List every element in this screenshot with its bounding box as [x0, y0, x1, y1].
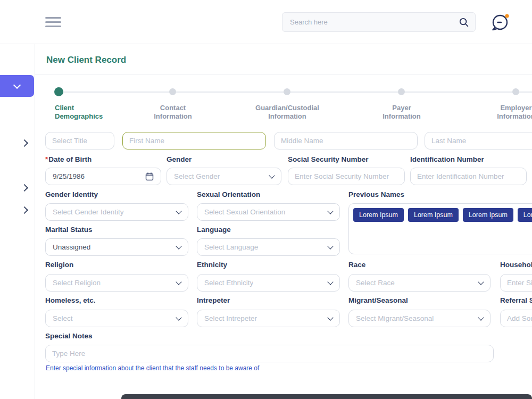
chevron-down-icon	[176, 279, 181, 285]
stepper-label-line: Demographics	[55, 112, 103, 121]
chevron-down-icon	[13, 81, 21, 88]
title-divider	[35, 74, 532, 75]
special-notes-field[interactable]	[45, 345, 494, 362]
sexual-orientation-placeholder: Select Sexual Orientation	[204, 208, 285, 216]
interpreter-placeholder: Select Intrepeter	[204, 314, 257, 322]
previous-name-chip: Lorem Ipsum	[408, 208, 459, 222]
stepper-label-line: Contact	[154, 104, 192, 112]
stepper-label-line: Client	[55, 104, 103, 112]
stepper-label-line: Information	[154, 112, 192, 121]
chevron-down-icon	[478, 279, 484, 285]
sidebar	[0, 44, 35, 399]
marital-status-value: Unassigned	[53, 243, 90, 251]
ethnicity-select[interactable]: Select Ethnicity	[197, 274, 340, 292]
ethnicity-placeholder: Select Ethnicity	[204, 279, 253, 287]
chevron-down-icon	[327, 208, 333, 214]
title-select-field[interactable]	[45, 132, 114, 149]
homeless-label: Homeless, etc.	[45, 296, 96, 304]
interpreter-select[interactable]: Select Intrepeter	[197, 310, 340, 327]
race-placeholder: Select Race	[356, 279, 395, 287]
race-select[interactable]: Select Race	[348, 274, 491, 292]
gender-label: Gender	[167, 155, 192, 163]
stepper-label-line: Information	[497, 112, 532, 121]
previous-names-box[interactable]: Lorem Ipsum Lorem Ipsum Lorem Ipsum Lore…	[348, 203, 532, 254]
ssn-field[interactable]	[288, 168, 405, 185]
dob-value: 9/25/1986	[53, 172, 85, 180]
stepper-label-contact-information[interactable]: Contact Information	[154, 104, 192, 121]
previous-names-label: Previous Names	[348, 190, 404, 198]
chevron-down-icon	[478, 314, 484, 320]
language-select[interactable]: Select Language	[197, 238, 340, 256]
chevron-down-icon	[327, 314, 333, 320]
chat-bubble-icon[interactable]	[489, 11, 511, 33]
stepper-dot-employer-information[interactable]	[512, 88, 519, 95]
stepper-dot-contact-information[interactable]	[169, 88, 176, 95]
marital-status-label: Marital Status	[45, 226, 93, 234]
special-notes-helper-text: Enter special information about the clie…	[46, 364, 259, 372]
homeless-select[interactable]: Select	[45, 310, 188, 327]
language-label: Language	[197, 226, 231, 234]
page-title: New Client Record	[46, 55, 126, 65]
previous-name-chip: Lorem Ipsum	[518, 208, 532, 222]
dob-date-picker[interactable]: 9/25/1986	[45, 168, 161, 185]
gender-placeholder: Select Gender	[174, 172, 220, 180]
religion-select[interactable]: Select Religion	[45, 274, 188, 292]
religion-label: Religion	[45, 261, 73, 269]
stepper-dot-guardian-custodial[interactable]	[284, 88, 290, 95]
stepper-label-client-demographics[interactable]: Client Demographics	[55, 104, 103, 121]
search-icon[interactable]	[459, 18, 469, 27]
middle-name-field[interactable]	[274, 132, 418, 149]
marital-status-select[interactable]: Unassigned	[45, 238, 188, 256]
hamburger-menu-icon[interactable]	[45, 17, 61, 27]
household-size-label: Household Size	[500, 261, 532, 269]
gender-identity-select[interactable]: Select Gender Identity	[45, 203, 188, 221]
referral-source-field[interactable]	[500, 310, 532, 327]
special-notes-label: Special Notes	[45, 332, 93, 340]
stepper-label-line: Payer	[383, 104, 421, 112]
stepper-dot-client-demographics[interactable]	[54, 87, 63, 96]
migrant-seasonal-placeholder: Select Migrant/Seasonal	[356, 314, 434, 322]
language-placeholder: Select Language	[204, 243, 258, 251]
ethnicity-label: Ethnicity	[197, 261, 227, 269]
previous-name-chip: Lorem Ipsum	[463, 208, 513, 222]
previous-name-chip: Lorem Ipsum	[353, 208, 404, 222]
chevron-down-icon	[176, 208, 181, 214]
household-size-field[interactable]	[500, 274, 532, 292]
homeless-placeholder: Select	[53, 314, 73, 322]
stepper-label-guardian-custodial[interactable]: Guardian/Custodial Information	[255, 104, 319, 121]
chevron-down-icon	[176, 314, 181, 320]
stepper-label-employer-information[interactable]: Employer Information	[497, 104, 532, 121]
required-asterisk: *	[45, 155, 48, 163]
gender-select[interactable]: Select Gender	[167, 168, 281, 185]
race-label: Race	[348, 261, 365, 269]
first-name-field[interactable]	[122, 132, 266, 149]
id-number-label: Identification Number	[410, 155, 484, 163]
top-header	[0, 0, 532, 44]
search-input[interactable]	[282, 18, 459, 26]
screen: New Client Record Client Demographics Co…	[0, 0, 532, 399]
migrant-seasonal-select[interactable]: Select Migrant/Seasonal	[348, 310, 491, 327]
stepper-dot-payer-information[interactable]	[398, 88, 405, 95]
interpreter-label: Intrepeter	[197, 296, 230, 304]
sidebar-item-active[interactable]	[0, 75, 34, 97]
gender-identity-placeholder: Select Gender Identity	[53, 208, 124, 216]
stepper-label-line: Employer	[497, 104, 532, 112]
search-box	[282, 12, 476, 32]
religion-placeholder: Select Religion	[53, 279, 101, 287]
ssn-label: Social Security Number	[288, 155, 369, 163]
stepper-label-payer-information[interactable]: Payer Information	[383, 104, 421, 121]
sexual-orientation-label: Sexual Orientation	[197, 190, 260, 198]
last-name-field[interactable]	[425, 132, 532, 149]
sexual-orientation-select[interactable]: Select Sexual Orientation	[197, 203, 340, 221]
id-number-field[interactable]	[410, 168, 527, 185]
gender-identity-label: Gender Identity	[45, 190, 98, 198]
stepper-label-line: Information	[383, 112, 421, 121]
bottom-overlay-bar	[121, 394, 532, 399]
stepper-label-line: Guardian/Custodial	[255, 104, 319, 112]
dob-label-text: Date of Birth	[48, 155, 92, 163]
calendar-icon	[145, 172, 154, 181]
referral-source-label: Referral Source	[500, 296, 532, 304]
chevron-down-icon	[327, 243, 333, 249]
migrant-seasonal-label: Migrant/Seasonal	[348, 296, 408, 304]
chevron-down-icon	[176, 243, 181, 249]
